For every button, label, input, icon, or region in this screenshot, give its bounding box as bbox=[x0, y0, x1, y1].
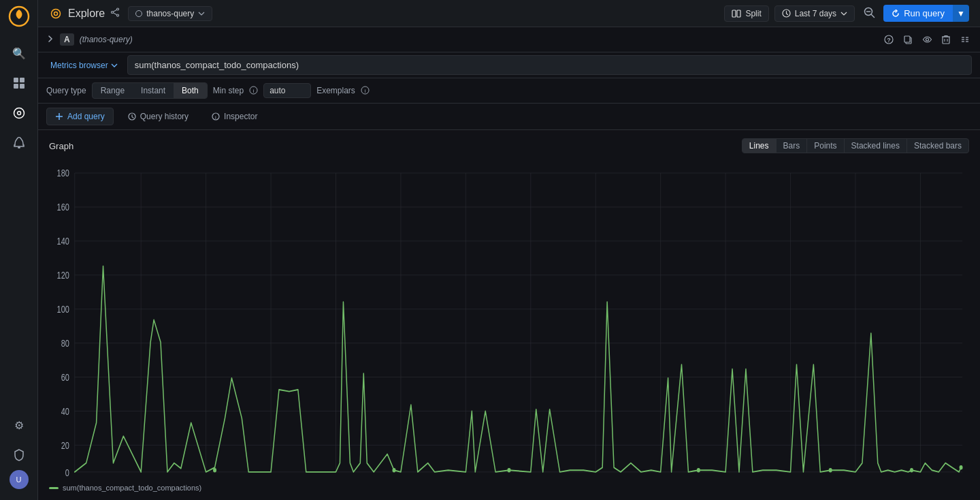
svg-text:0: 0 bbox=[65, 467, 69, 479]
min-step-label: Min step bbox=[213, 86, 244, 95]
copy-icon[interactable] bbox=[901, 33, 915, 46]
legend-label: sum(thanos_compact_todo_compactions) bbox=[63, 484, 201, 492]
app-logo[interactable] bbox=[8, 5, 30, 27]
sidebar-item-settings[interactable]: ⚙ bbox=[5, 411, 33, 439]
toggle-visibility-icon[interactable] bbox=[920, 33, 934, 46]
svg-text:i: i bbox=[215, 114, 216, 121]
split-button[interactable]: Split bbox=[724, 5, 768, 22]
svg-rect-27 bbox=[943, 37, 949, 44]
chart-svg: 180 160 140 120 100 80 60 40 20 0 bbox=[49, 159, 969, 481]
chevron-down-icon bbox=[198, 12, 205, 16]
query-options-row: Query type Range Instant Both Min step i… bbox=[38, 78, 980, 103]
graph-view-bars[interactable]: Bars bbox=[777, 139, 808, 153]
query-toolbar: Add query Query history i Inspector bbox=[38, 103, 980, 129]
clock-icon bbox=[782, 9, 791, 18]
graph-view-points[interactable]: Points bbox=[807, 139, 844, 153]
svg-rect-3 bbox=[14, 84, 18, 89]
graph-header: Graph Lines Bars Points Stacked lines St… bbox=[49, 138, 969, 153]
collapse-button[interactable] bbox=[46, 35, 54, 45]
zoom-icon bbox=[863, 6, 875, 18]
inspector-icon: i bbox=[212, 112, 220, 121]
query-panel: A (thanos-query) ? bbox=[38, 27, 980, 130]
explore-icon bbox=[49, 7, 63, 20]
help-icon[interactable]: ? bbox=[882, 33, 896, 46]
min-step-input[interactable] bbox=[263, 83, 311, 98]
datasource-icon bbox=[135, 10, 142, 17]
legend-color-indicator bbox=[49, 487, 59, 489]
graph-view-selector: Lines Bars Points Stacked lines Stacked … bbox=[742, 138, 969, 153]
main-content: Explore thanos-query bbox=[38, 0, 980, 500]
refresh-icon bbox=[892, 10, 900, 18]
svg-point-11 bbox=[117, 14, 119, 16]
svg-text:i: i bbox=[364, 88, 365, 94]
delete-icon[interactable] bbox=[939, 33, 953, 46]
run-query-wrapper: Run query ▼ bbox=[883, 5, 969, 22]
sidebar-item-search[interactable]: 🔍 bbox=[5, 40, 33, 67]
svg-point-9 bbox=[54, 12, 58, 15]
sidebar: 🔍 ⚙ U bbox=[0, 0, 38, 500]
time-range-button[interactable]: Last 7 days bbox=[774, 5, 855, 22]
split-icon bbox=[732, 9, 741, 18]
inspector-button[interactable]: i Inspector bbox=[203, 108, 266, 125]
user-avatar[interactable]: U bbox=[10, 470, 29, 489]
svg-point-95 bbox=[393, 468, 396, 473]
svg-rect-1 bbox=[14, 78, 18, 82]
svg-point-6 bbox=[17, 112, 20, 115]
exemplars-info-icon[interactable]: i bbox=[361, 86, 370, 96]
share-icon[interactable] bbox=[110, 7, 120, 19]
zoom-out-button[interactable] bbox=[860, 3, 878, 24]
chevron-right-icon bbox=[46, 35, 54, 43]
metrics-browser-chevron-icon bbox=[111, 63, 118, 68]
query-row-label: A bbox=[60, 33, 74, 46]
graph-section: Graph Lines Bars Points Stacked lines St… bbox=[38, 130, 980, 500]
svg-line-13 bbox=[114, 10, 117, 12]
query-datasource-name: (thanos-query) bbox=[80, 35, 133, 44]
sidebar-item-dashboards[interactable] bbox=[5, 69, 33, 97]
svg-point-98 bbox=[829, 468, 832, 473]
history-icon bbox=[128, 112, 136, 121]
svg-point-12 bbox=[112, 12, 114, 14]
graph-view-stacked-lines[interactable]: Stacked lines bbox=[845, 139, 907, 153]
query-type-label: Query type bbox=[46, 86, 86, 95]
svg-line-14 bbox=[114, 13, 117, 15]
query-type-range[interactable]: Range bbox=[93, 83, 133, 98]
more-options-icon[interactable] bbox=[958, 33, 972, 46]
sidebar-item-alerting[interactable] bbox=[5, 129, 33, 157]
query-history-button[interactable]: Query history bbox=[119, 108, 197, 125]
query-input-row: Metrics browser bbox=[38, 52, 980, 78]
svg-text:60: 60 bbox=[61, 371, 69, 383]
svg-point-94 bbox=[213, 468, 216, 473]
page-title: Explore bbox=[68, 7, 105, 20]
svg-rect-25 bbox=[904, 36, 910, 42]
svg-text:40: 40 bbox=[61, 405, 69, 417]
metrics-browser-button[interactable]: Metrics browser bbox=[46, 58, 122, 73]
sidebar-item-explore[interactable] bbox=[5, 99, 33, 127]
svg-text:180: 180 bbox=[57, 168, 69, 179]
query-type-instant[interactable]: Instant bbox=[133, 83, 174, 98]
query-input[interactable] bbox=[127, 55, 972, 75]
datasource-selector[interactable]: thanos-query bbox=[128, 6, 212, 21]
svg-text:i: i bbox=[253, 88, 255, 94]
datasource-name: thanos-query bbox=[146, 9, 194, 18]
svg-rect-16 bbox=[732, 10, 736, 17]
graph-view-lines[interactable]: Lines bbox=[742, 139, 777, 153]
graph-view-stacked-bars[interactable]: Stacked bars bbox=[907, 139, 968, 153]
svg-point-99 bbox=[910, 468, 913, 473]
svg-point-100 bbox=[960, 465, 963, 470]
graph-legend: sum(thanos_compact_todo_compactions) bbox=[49, 484, 969, 492]
add-query-button[interactable]: Add query bbox=[46, 108, 114, 125]
graph-container: 180 160 140 120 100 80 60 40 20 0 bbox=[49, 159, 969, 481]
svg-line-20 bbox=[872, 14, 875, 17]
svg-text:80: 80 bbox=[61, 337, 69, 349]
min-step-info-icon[interactable]: i bbox=[249, 86, 258, 96]
svg-rect-2 bbox=[20, 78, 24, 82]
sidebar-item-shield[interactable] bbox=[5, 441, 33, 469]
svg-text:100: 100 bbox=[57, 303, 69, 315]
query-type-both[interactable]: Both bbox=[174, 83, 207, 98]
run-query-dropdown-button[interactable]: ▼ bbox=[953, 5, 969, 22]
run-query-button[interactable]: Run query bbox=[883, 5, 953, 22]
svg-point-10 bbox=[117, 8, 119, 10]
topbar: Explore thanos-query bbox=[38, 0, 980, 27]
svg-point-97 bbox=[697, 468, 700, 473]
svg-rect-17 bbox=[737, 10, 740, 17]
